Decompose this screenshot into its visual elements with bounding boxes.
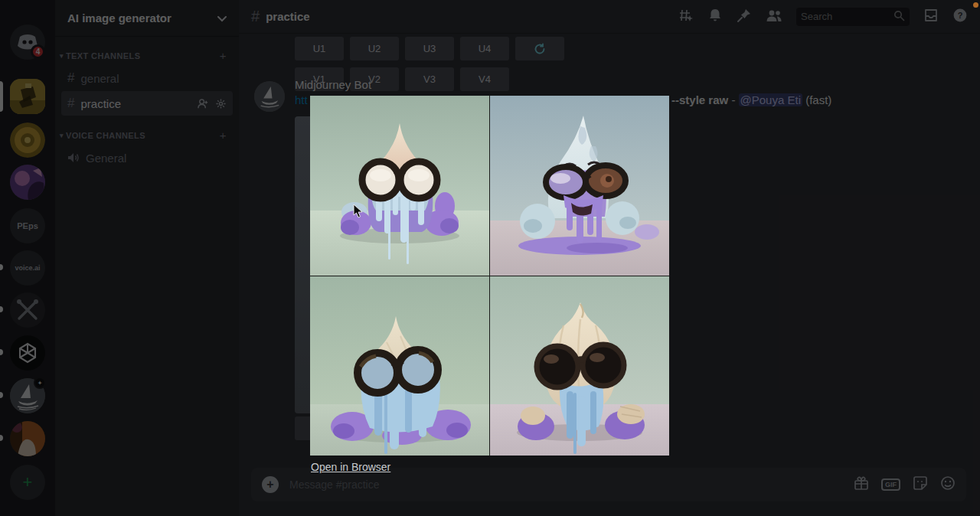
discord-app-window: 4 — [0, 0, 980, 516]
generated-image-quadrant-4 — [490, 276, 669, 456]
recording-indicator-dot — [973, 2, 978, 8]
open-in-browser-link[interactable]: Open in Browser — [311, 461, 390, 473]
generated-image-quadrant-1 — [310, 96, 489, 276]
generated-image-quadrant-3 — [310, 276, 489, 456]
generated-image-quadrant-2 — [490, 96, 669, 276]
image-preview-modal: Open in Browser — [310, 96, 669, 456]
generated-image-grid — [310, 96, 669, 456]
mouse-cursor — [353, 204, 364, 222]
